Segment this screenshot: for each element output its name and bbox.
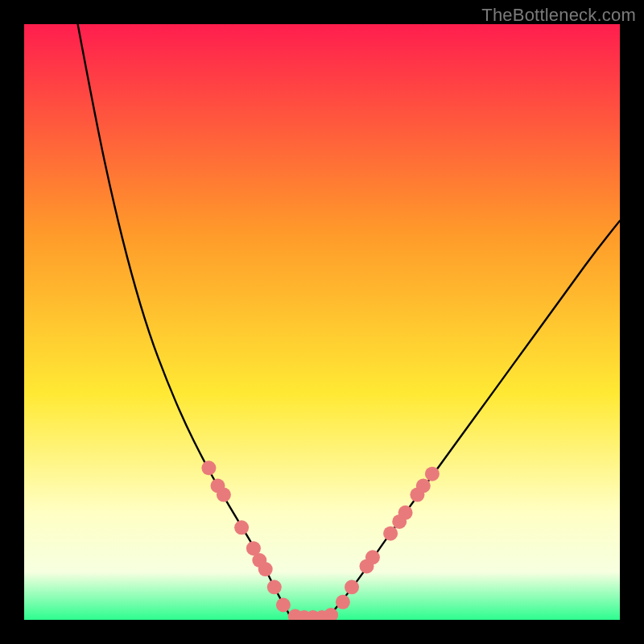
bottleneck-chart (24, 24, 620, 620)
curve-marker (345, 580, 359, 594)
curve-marker (217, 488, 231, 502)
curve-marker (416, 479, 431, 493)
curve-marker (365, 550, 380, 564)
curve-marker (267, 580, 282, 594)
curve-marker (201, 460, 216, 475)
curve-marker (234, 520, 249, 535)
curve-marker (383, 526, 398, 541)
curve-marker (398, 506, 413, 520)
curve-marker (258, 562, 273, 576)
gradient-background (24, 24, 620, 620)
curve-marker (425, 467, 440, 481)
chart-stage: TheBottleneck.com (0, 0, 644, 644)
curve-marker (276, 598, 291, 613)
watermark-text: TheBottleneck.com (481, 5, 636, 26)
curve-marker (336, 595, 350, 609)
